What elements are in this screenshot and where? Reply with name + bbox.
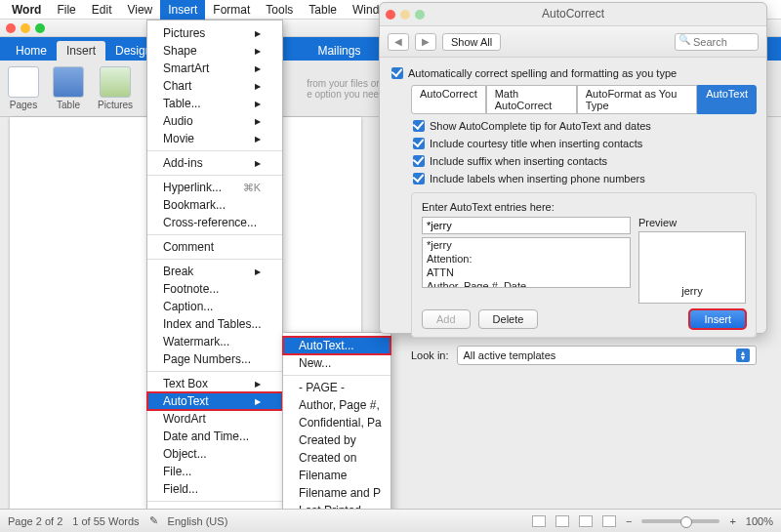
zoom-icon[interactable] <box>35 23 45 33</box>
checkbox-icon <box>413 155 425 167</box>
autocorrect-titlebar[interactable]: AutoCorrect <box>380 3 766 26</box>
checkbox-icon <box>413 173 425 184</box>
show-all-button[interactable]: Show All <box>442 33 501 51</box>
ribbon-pictures[interactable]: Pictures <box>98 66 133 110</box>
menu-item[interactable]: Text Box <box>147 375 282 392</box>
ribbon-pages[interactable]: Pages <box>8 66 39 110</box>
menu-insert[interactable]: Insert <box>160 0 205 20</box>
zoom-minus[interactable]: − <box>626 515 632 527</box>
tab-autoformat-type[interactable]: AutoFormat as You Type <box>577 85 697 114</box>
zoom-slider[interactable] <box>641 519 719 523</box>
submenu-item[interactable]: Author, Page #, <box>283 396 390 414</box>
menu-item[interactable]: Watermark... <box>147 333 282 350</box>
submenu-item[interactable]: Created by <box>283 431 390 449</box>
close-icon[interactable] <box>386 10 395 20</box>
tab-home[interactable]: Home <box>6 41 57 61</box>
menu-item[interactable]: Footnote... <box>147 280 282 298</box>
list-item[interactable]: ATTN <box>423 266 630 279</box>
menu-item[interactable]: Cross-reference... <box>147 214 282 231</box>
close-icon[interactable] <box>6 23 16 33</box>
menu-item[interactable]: Field... <box>147 480 282 498</box>
check-phone-labels[interactable]: Include labels when inserting phone numb… <box>413 173 757 184</box>
search-input[interactable] <box>675 33 759 51</box>
ribbon-table[interactable]: Table <box>53 66 84 110</box>
back-button[interactable]: ◀ <box>388 33 409 51</box>
delete-button[interactable]: Delete <box>478 309 539 329</box>
check-suffix[interactable]: Include suffix when inserting contacts <box>413 155 757 167</box>
check-label: Automatically correct spelling and forma… <box>408 67 677 79</box>
menu-file[interactable]: File <box>49 0 83 20</box>
menu-item[interactable]: Break <box>147 263 282 280</box>
menu-format[interactable]: Format <box>205 0 258 20</box>
check-label: Include suffix when inserting contacts <box>430 155 607 167</box>
submenu-item[interactable]: AutoText... <box>283 337 390 354</box>
menu-item[interactable]: Chart <box>147 77 282 95</box>
submenu-item[interactable]: Confidential, Pa <box>283 414 390 431</box>
zoom-plus[interactable]: + <box>729 515 735 527</box>
menu-item[interactable]: Table... <box>147 95 282 112</box>
spellcheck-icon[interactable]: ✎ <box>149 514 158 527</box>
autocorrect-window: AutoCorrect ◀ ▶ Show All Automatically c… <box>379 2 767 334</box>
zoom-value[interactable]: 100% <box>746 515 773 527</box>
menu-item[interactable]: WordArt <box>147 410 282 428</box>
status-language[interactable]: English (US) <box>168 515 228 527</box>
submenu-item[interactable]: New... <box>283 354 390 372</box>
view-draft-icon[interactable] <box>602 515 616 527</box>
autocorrect-toolbar: ◀ ▶ Show All <box>380 26 766 58</box>
minimize-icon[interactable] <box>21 23 30 33</box>
status-words[interactable]: 1 of 55 Words <box>72 515 139 527</box>
menu-view[interactable]: View <box>119 0 160 20</box>
insert-button[interactable]: Insert <box>689 309 746 329</box>
view-web-icon[interactable] <box>555 515 569 527</box>
menu-item[interactable]: Caption... <box>147 298 282 315</box>
menu-edit[interactable]: Edit <box>84 0 120 20</box>
entries-label: Enter AutoText entries here: <box>422 201 746 213</box>
ribbon-label: Table <box>57 100 80 110</box>
menu-tools[interactable]: Tools <box>258 0 301 20</box>
app-name: Word <box>4 3 49 17</box>
submenu-item[interactable]: - PAGE - <box>283 379 390 396</box>
menu-item[interactable]: Index and Tables... <box>147 315 282 333</box>
list-item[interactable]: Author, Page #, Date <box>423 279 630 288</box>
menu-item[interactable]: Movie <box>147 130 282 147</box>
search-field[interactable] <box>675 33 759 51</box>
list-item[interactable]: Attention: <box>423 252 630 266</box>
menu-item[interactable]: Page Numbers... <box>147 350 282 368</box>
tab-autotext[interactable]: AutoText <box>697 85 757 114</box>
checkbox-icon <box>413 138 425 149</box>
autotext-list[interactable]: *jerryAttention:ATTNAuthor, Page #, Date <box>422 237 631 288</box>
submenu-item[interactable]: Filename <box>283 467 390 484</box>
preview-label: Preview <box>638 217 746 228</box>
menu-item[interactable]: Pictures <box>147 24 282 42</box>
status-page[interactable]: Page 2 of 2 <box>8 515 62 527</box>
view-print-icon[interactable] <box>532 515 546 527</box>
tab-math-autocorrect[interactable]: Math AutoCorrect <box>486 85 577 114</box>
menu-item[interactable]: Shape <box>147 42 282 60</box>
menu-item[interactable]: Bookmark... <box>147 196 282 214</box>
menu-item[interactable]: File... <box>147 463 282 480</box>
submenu-item[interactable]: Filename and P <box>283 484 390 502</box>
check-autocomplete-tip[interactable]: Show AutoComplete tip for AutoText and d… <box>413 120 757 132</box>
lookin-select[interactable]: All active templates ▲▼ <box>457 346 757 365</box>
tab-autocorrect[interactable]: AutoCorrect <box>411 85 486 114</box>
auto-correct-check[interactable]: Automatically correct spelling and forma… <box>391 67 757 79</box>
view-outline-icon[interactable] <box>579 515 593 527</box>
menu-table[interactable]: Table <box>301 0 345 20</box>
menu-item[interactable]: Audio <box>147 112 282 130</box>
list-item[interactable]: *jerry <box>423 238 630 252</box>
menu-item[interactable]: Comment <box>147 238 282 256</box>
submenu-item[interactable]: Created on <box>283 449 390 467</box>
autotext-entry-input[interactable] <box>422 217 631 234</box>
forward-button[interactable]: ▶ <box>415 33 436 51</box>
check-courtesy-title[interactable]: Include courtesy title when inserting co… <box>413 138 757 149</box>
tab-mailings[interactable]: Mailings <box>308 41 370 61</box>
pictures-icon <box>100 66 131 98</box>
menu-item[interactable]: Object... <box>147 445 282 463</box>
menu-item[interactable]: SmartArt <box>147 60 282 77</box>
tab-insert[interactable]: Insert <box>57 41 105 61</box>
menu-item[interactable]: AutoText <box>147 392 282 410</box>
menu-item[interactable]: Hyperlink...⌘K <box>147 179 282 196</box>
insert-menu: PicturesShapeSmartArtChartTable...AudioM… <box>146 20 283 532</box>
menu-item[interactable]: Add-ins <box>147 154 282 172</box>
menu-item[interactable]: Date and Time... <box>147 428 282 445</box>
